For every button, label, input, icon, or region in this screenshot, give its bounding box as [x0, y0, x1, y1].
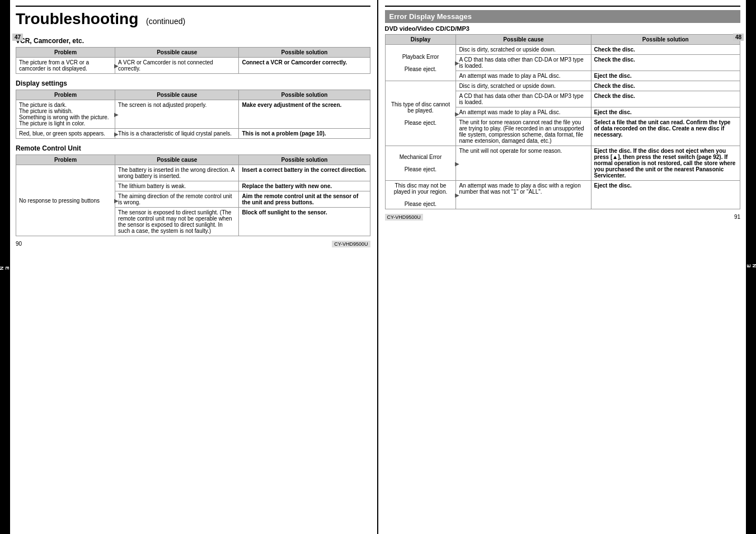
- error-table: Display Possible cause Possible solution…: [385, 34, 741, 209]
- error-display-1: Playback ErrorPlease eject. ▶: [385, 45, 456, 81]
- table-row: Red, blue, or green spots appears. ▶ Thi…: [16, 129, 370, 139]
- remote-col-cause: Possible cause: [115, 155, 239, 165]
- arrow-icon: ▶: [455, 110, 459, 116]
- right-model-num: CY-VHD9500U: [385, 214, 423, 221]
- error-col-display: Display: [385, 35, 456, 45]
- display-problem-1: The picture is dark.The picture is whiti…: [16, 100, 115, 129]
- display-section-heading: Display settings: [16, 79, 370, 87]
- vcr-col-cause: Possible cause: [115, 48, 239, 58]
- right-side-tab: ENGLISH: [746, 0, 756, 534]
- error-cause-1-3: An attempt was made to play a PAL disc.: [456, 71, 591, 81]
- dvd-label: DVD video/Video CD/CD/MP3: [385, 25, 741, 32]
- error-solution-3-1: Eject the disc. If the disc does not eje…: [591, 146, 740, 181]
- error-section-header: Error Display Messages: [385, 10, 741, 23]
- remote-cause-2: The lithium battery is weak.: [115, 181, 239, 191]
- error-cause-2-2: A CD that has data other than CD-DA or M…: [456, 91, 591, 107]
- page-wrapper: ENGLISH Troubleshooting (continued) 47 V…: [0, 0, 756, 534]
- display-col-problem: Problem: [16, 90, 115, 100]
- right-top-divider: [385, 6, 741, 7]
- error-cause-1-2: A CD that has data other than CD-DA or M…: [456, 55, 591, 71]
- page-title: Troubleshooting (continued): [16, 10, 185, 28]
- remote-col-solution: Possible solution: [239, 155, 370, 165]
- vcr-cause-cell: A VCR or Camcorder is not connected corr…: [115, 58, 239, 74]
- arrow-icon: ▶: [455, 192, 459, 198]
- error-col-solution: Possible solution: [591, 35, 740, 45]
- display-cause-2: This is a characteristic of liquid cryst…: [115, 129, 239, 139]
- display-col-cause: Possible cause: [115, 90, 239, 100]
- remote-solution-4: Block off sunlight to the sensor.: [239, 208, 370, 236]
- arrow-icon: ▶: [455, 60, 459, 66]
- error-cause-2-3: An attempt was made to play a PAL disc.: [456, 107, 591, 118]
- error-display-4: This disc may not be played in your regi…: [385, 181, 456, 209]
- continued-label: (continued): [146, 17, 185, 26]
- content-area: Troubleshooting (continued) 47 VCR, Camc…: [10, 0, 746, 534]
- vcr-solution-cell: Connect a VCR or Camcorder correctly.: [239, 58, 370, 74]
- top-divider: [16, 6, 370, 7]
- left-half: Troubleshooting (continued) 47 VCR, Camc…: [10, 0, 378, 534]
- vcr-table: Problem Possible cause Possible solution…: [16, 47, 370, 74]
- remote-cause-4: The sensor is exposed to direct sunlight…: [115, 208, 239, 236]
- display-problem-2: Red, blue, or green spots appears. ▶: [16, 129, 115, 139]
- error-solution-2-2: Check the disc.: [591, 91, 740, 107]
- remote-section-heading: Remote Control Unit: [16, 144, 370, 152]
- vcr-section-heading: VCR, Camcorder, etc.: [16, 37, 370, 45]
- table-row: The picture is dark.The picture is whiti…: [16, 100, 370, 129]
- vcr-problem-cell: The picture from a VCR or a camcorder is…: [16, 58, 115, 74]
- arrow-icon: ▶: [114, 111, 119, 118]
- display-cause-1: The screen is not adjusted properly.: [115, 100, 239, 129]
- right-half: 48 Error Display Messages DVD video/Vide…: [378, 0, 746, 534]
- right-tab-label: ENGLISH: [746, 263, 756, 268]
- table-row: This type of disc cannot be played.Pleas…: [385, 81, 740, 91]
- left-model-num: CY-VHD9500U: [332, 241, 370, 247]
- error-solution-1-2: Check the disc.: [591, 55, 740, 71]
- left-side-tab: ENGLISH: [0, 0, 10, 534]
- left-page-num: 90: [16, 241, 22, 247]
- error-display-3: Mechanical ErrorPlease eject. ▶: [385, 146, 456, 181]
- error-solution-1-3: Eject the disc.: [591, 71, 740, 81]
- arrow-icon: ▶: [455, 160, 459, 166]
- arrow-icon: ▶: [114, 63, 119, 69]
- display-solution-1: Make every adjustment of the screen.: [239, 100, 370, 129]
- arrow-icon: ▶: [114, 198, 119, 204]
- error-cause-4-1: An attempt was made to play a disc with …: [456, 181, 591, 209]
- remote-col-problem: Problem: [16, 155, 115, 165]
- remote-table: Problem Possible cause Possible solution…: [16, 154, 370, 236]
- error-col-cause: Possible cause: [456, 35, 591, 45]
- remote-cause-3: The aiming direction of the remote contr…: [115, 191, 239, 208]
- error-solution-1-1: Check the disc.: [591, 45, 740, 55]
- section-num-right: 48: [733, 34, 744, 41]
- display-table: Problem Possible cause Possible solution…: [16, 90, 370, 139]
- table-row: Mechanical ErrorPlease eject. ▶ The unit…: [385, 146, 740, 181]
- error-cause-3-1: The unit will not operate for some reaso…: [456, 146, 591, 181]
- vcr-problem-text: The picture from a VCR or a camcorder is…: [19, 59, 89, 72]
- arrow-icon: ▶: [114, 130, 119, 137]
- section-num-left: 47: [12, 34, 23, 41]
- error-solution-4-1: Eject the disc.: [591, 181, 740, 209]
- error-display-2: This type of disc cannot be played.Pleas…: [385, 81, 456, 146]
- error-solution-2-4: Select a file that the unit can read. Co…: [591, 118, 740, 146]
- right-page-num: 91: [734, 214, 740, 221]
- remote-solution-1: Insert a correct battery in the correct …: [239, 165, 370, 181]
- vcr-col-solution: Possible solution: [239, 48, 370, 58]
- remote-solution-3: Aim the remote control unit at the senso…: [239, 191, 370, 208]
- page-numbers-right: CY-VHD9500U 91: [385, 214, 741, 221]
- vcr-col-problem: Problem: [16, 48, 115, 58]
- remote-problem-cell: No response to pressing buttons ▶: [16, 165, 115, 236]
- error-cause-2-4: The unit for some reason cannot read the…: [456, 118, 591, 146]
- table-row: The picture from a VCR or a camcorder is…: [16, 58, 370, 74]
- display-solution-2: This is not a problem (page 10).: [239, 129, 370, 139]
- remote-solution-2: Replace the battery with new one.: [239, 181, 370, 191]
- table-row: No response to pressing buttons ▶ The ba…: [16, 165, 370, 181]
- error-solution-2-3: Eject the disc.: [591, 107, 740, 118]
- page-numbers-left: 90 CY-VHD9500U: [16, 241, 370, 247]
- table-row: This disc may not be played in your regi…: [385, 181, 740, 209]
- error-cause-1-1: Disc is dirty, scratched or upside down.: [456, 45, 591, 55]
- error-cause-2-1: Disc is dirty, scratched or upside down.: [456, 81, 591, 91]
- display-col-solution: Possible solution: [239, 90, 370, 100]
- left-tab-label: ENGLISH: [0, 266, 10, 271]
- remote-cause-1: The battery is inserted in the wrong dir…: [115, 165, 239, 181]
- table-row: Playback ErrorPlease eject. ▶ Disc is di…: [385, 45, 740, 55]
- error-solution-2-1: Check the disc.: [591, 81, 740, 91]
